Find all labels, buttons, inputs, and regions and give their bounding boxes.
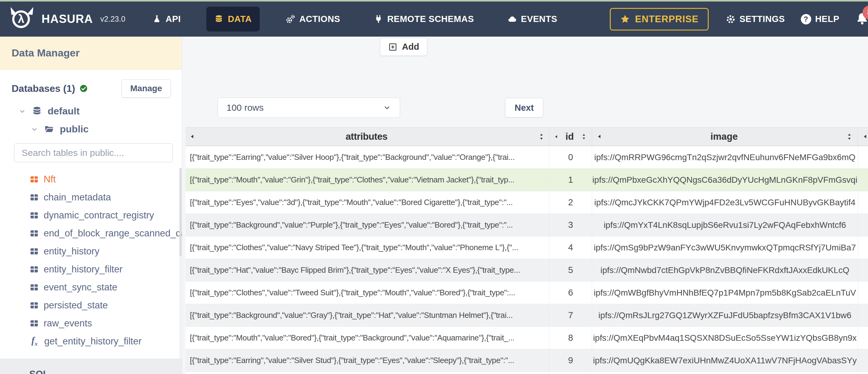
data-table: attributes id image bbox=[186, 127, 868, 374]
table-row[interactable]: [{"trait_type":"Clothes","value":"Tweed … bbox=[186, 282, 868, 304]
collapse-column-icon[interactable] bbox=[554, 134, 559, 139]
cell-attributes: [{"trait_type":"Mouth","value":"Bored"},… bbox=[186, 327, 549, 349]
cell-extra bbox=[858, 169, 868, 191]
table-row[interactable]: [{"trait_type":"Eyes","value":"3d"},{"tr… bbox=[186, 191, 868, 214]
table-name-label: event_sync_state bbox=[44, 282, 117, 293]
table-row[interactable]: [{"trait_type":"Earring","value":"Silver… bbox=[186, 146, 868, 169]
table-body: [{"trait_type":"Earring","value":"Silver… bbox=[186, 146, 868, 374]
browse-rows-main: Add 100 rows Next attributes id bbox=[182, 37, 868, 374]
cell-id: 8 bbox=[549, 327, 592, 349]
sidebar-table-item[interactable]: event_sync_state bbox=[0, 278, 182, 296]
sidebar-table-item[interactable]: dynamic_contract_registry bbox=[0, 206, 182, 224]
table-row[interactable]: [{"trait_type":"Mouth","value":"Grin"},{… bbox=[186, 169, 868, 191]
nav-item-data[interactable]: DATA bbox=[206, 7, 259, 31]
cell-image: ipfs://QmRsJLrg27GQ1ZWyrXZFuJFdU5bapfzsy… bbox=[592, 304, 858, 326]
database-icon bbox=[214, 14, 223, 24]
table-grid-icon bbox=[29, 318, 39, 328]
nav-item-label: API bbox=[166, 14, 181, 24]
table-header-row: attributes id image bbox=[186, 127, 868, 146]
cell-attributes: [{"trait_type":"Background","value":"Gra… bbox=[186, 304, 549, 326]
table-grid-icon bbox=[29, 211, 39, 220]
function-name-label: get_entity_history_filter bbox=[44, 336, 142, 347]
cell-extra bbox=[858, 282, 868, 304]
enterprise-label: ENTERPRISE bbox=[635, 14, 699, 25]
brand-title: HASURA bbox=[41, 12, 93, 26]
tree-item-schema-public[interactable]: public bbox=[31, 124, 182, 135]
table-row[interactable]: [{"trait_type":"Mouth","value":"Bored"},… bbox=[186, 327, 868, 349]
plug-icon bbox=[374, 14, 383, 24]
sidebar-table-item[interactable]: raw_events bbox=[0, 314, 182, 332]
sidebar-table-item[interactable]: end_of_block_range_scanned_data bbox=[0, 224, 182, 242]
next-page-button[interactable]: Next bbox=[505, 98, 543, 118]
sort-icon[interactable] bbox=[538, 133, 545, 141]
cell-image: ipfs://QmRRPWG96cmgTn2qSzjwr2qvfNEuhunv6… bbox=[592, 146, 858, 168]
table-row[interactable]: [{"trait_type":"Hat","value":"Bayc Flipp… bbox=[186, 259, 868, 282]
sidebar-scrollbar[interactable] bbox=[180, 168, 182, 369]
scrollbar-thumb[interactable] bbox=[180, 168, 182, 256]
column-header-next[interactable] bbox=[858, 127, 868, 146]
cell-id: 2 bbox=[549, 191, 592, 214]
column-header-image[interactable]: image bbox=[592, 127, 858, 146]
table-row[interactable]: [{"trait_type":"Clothes","value":"Navy S… bbox=[186, 237, 868, 259]
question-circle-icon: ? bbox=[801, 14, 811, 24]
nav-item-label: REMOTE SCHEMAS bbox=[387, 14, 474, 24]
nav-item-actions[interactable]: ACTIONS bbox=[277, 7, 348, 31]
nav-item-label: DATA bbox=[228, 14, 251, 24]
collapse-column-icon[interactable] bbox=[190, 134, 195, 139]
settings-label: SETTINGS bbox=[740, 14, 785, 24]
cell-extra bbox=[858, 327, 868, 349]
table-name-label: raw_events bbox=[44, 318, 92, 329]
cell-image: ipfs://QmWBgfBhyVmHNhBfEQ7p1P4Mpn7pm5b8K… bbox=[592, 282, 858, 304]
rows-limit-select[interactable]: 100 rows bbox=[218, 98, 400, 118]
tree-item-label: public bbox=[60, 124, 89, 135]
table-grid-icon bbox=[29, 264, 39, 274]
sidebar-table-item[interactable]: Nft bbox=[0, 170, 182, 188]
gear-icon bbox=[726, 14, 736, 24]
help-label: HELP bbox=[815, 14, 839, 24]
cell-id: 7 bbox=[549, 304, 592, 326]
table-row-partial bbox=[186, 372, 868, 374]
cell-extra bbox=[858, 191, 868, 214]
sidebar-table-item[interactable]: chain_metadata bbox=[0, 188, 182, 206]
cell-extra bbox=[858, 259, 868, 281]
notifications-button[interactable]: 8 bbox=[855, 11, 868, 27]
column-header-id[interactable]: id bbox=[549, 127, 592, 146]
nav-item-events[interactable]: EVENTS bbox=[500, 7, 565, 31]
column-header-attributes[interactable]: attributes bbox=[186, 127, 549, 146]
chevron-down-icon[interactable] bbox=[31, 125, 38, 133]
sidebar-sql-section[interactable]: SQL bbox=[0, 359, 182, 374]
collapse-column-icon[interactable] bbox=[863, 134, 868, 139]
column-label: id bbox=[562, 131, 578, 142]
table-name-label: entity_history bbox=[44, 246, 99, 257]
flask-icon bbox=[152, 14, 161, 24]
chevron-down-icon[interactable] bbox=[18, 107, 26, 115]
cell-attributes: [{"trait_type":"Background","value":"Pur… bbox=[186, 214, 549, 236]
cell-image bbox=[592, 372, 858, 374]
add-row-button[interactable]: Add bbox=[380, 38, 427, 56]
sidebar-function-item[interactable]: fx get_entity_history_filter bbox=[0, 332, 182, 350]
settings-link[interactable]: SETTINGS bbox=[726, 14, 785, 24]
manage-button[interactable]: Manage bbox=[121, 79, 171, 98]
sidebar-header: Data Manager bbox=[0, 37, 182, 69]
nav-item-label: ACTIONS bbox=[300, 14, 340, 24]
nav-item-remote-schemas[interactable]: REMOTE SCHEMAS bbox=[366, 7, 482, 31]
cell-id: 4 bbox=[549, 237, 592, 259]
sort-icon[interactable] bbox=[581, 133, 587, 141]
cell-attributes: [{"trait_type":"Mouth","value":"Grin"},{… bbox=[186, 169, 549, 191]
collapse-column-icon[interactable] bbox=[597, 134, 602, 139]
nav-item-api[interactable]: API bbox=[144, 7, 189, 31]
table-row[interactable]: [{"trait_type":"Background","value":"Gra… bbox=[186, 304, 868, 327]
sidebar-table-item[interactable]: persisted_state bbox=[0, 296, 182, 314]
table-row[interactable]: [{"trait_type":"Earring","value":"Silver… bbox=[186, 349, 868, 372]
databases-label: Databases (1) bbox=[11, 83, 88, 94]
sidebar-table-item[interactable]: entity_history_filter bbox=[0, 260, 182, 278]
cell-id: 6 bbox=[549, 282, 592, 304]
tree-item-database-default[interactable]: default bbox=[18, 105, 182, 117]
sort-icon[interactable] bbox=[846, 133, 853, 141]
search-tables-input[interactable] bbox=[14, 144, 173, 162]
help-link[interactable]: ? HELP bbox=[801, 14, 839, 24]
table-row[interactable]: [{"trait_type":"Background","value":"Pur… bbox=[186, 214, 868, 237]
enterprise-button[interactable]: ENTERPRISE bbox=[610, 8, 709, 31]
sidebar-table-item[interactable]: entity_history bbox=[0, 242, 182, 260]
hasura-logo-icon[interactable]: λ bbox=[10, 7, 34, 31]
